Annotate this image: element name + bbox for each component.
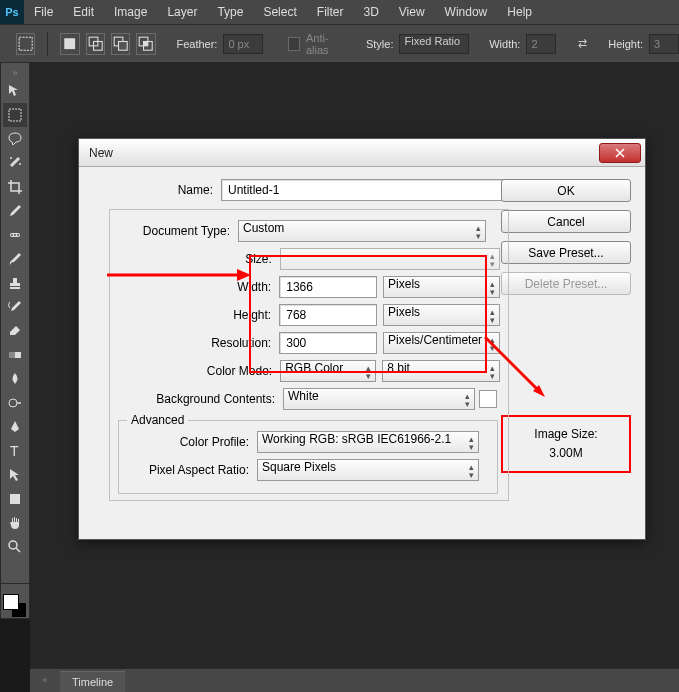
marquee-tool-icon[interactable] [3, 103, 27, 127]
history-brush-tool-icon[interactable] [3, 295, 27, 319]
gradient-tool-icon[interactable] [3, 343, 27, 367]
colormode-select[interactable]: RGB Color▴▾ [280, 360, 376, 382]
swap-wh-icon[interactable]: ⇄ [575, 36, 589, 52]
svg-rect-9 [9, 109, 21, 121]
selection-add-icon[interactable] [86, 33, 105, 55]
menu-select[interactable]: Select [253, 5, 306, 19]
crop-tool-icon[interactable] [3, 175, 27, 199]
colormode-label: Color Mode: [138, 364, 280, 378]
marquee-tool-preset-icon[interactable] [16, 33, 35, 55]
bitdepth-select[interactable]: 8 bit▴▾ [382, 360, 500, 382]
bgcontents-select[interactable]: White▴▾ [283, 388, 475, 410]
feather-input[interactable] [223, 34, 263, 54]
svg-rect-17 [9, 352, 15, 358]
tool-divider [1, 583, 29, 584]
dialog-titlebar[interactable]: New [79, 139, 645, 167]
zoom-tool-icon[interactable] [3, 535, 27, 559]
svg-point-21 [9, 541, 17, 549]
size-select[interactable]: ▴▾ [280, 248, 500, 270]
width-unit-select[interactable]: Pixels▴▾ [383, 276, 500, 298]
timeline-tab[interactable]: Timeline [60, 671, 125, 692]
panel-grab-icon[interactable]: » [3, 69, 27, 77]
colorprofile-label: Color Profile: [127, 435, 257, 449]
selection-new-icon[interactable] [60, 33, 79, 55]
resolution-unit-select[interactable]: Pixels/Centimeter▴▾ [383, 332, 500, 354]
width-label: Width: [138, 280, 279, 294]
par-select[interactable]: Square Pixels▴▾ [257, 459, 479, 481]
style-select[interactable]: Fixed Ratio [399, 34, 468, 54]
type-tool-icon[interactable]: T [3, 439, 27, 463]
dialog-close-button[interactable] [599, 143, 641, 163]
name-input[interactable] [221, 179, 515, 201]
hand-tool-icon[interactable] [3, 511, 27, 535]
svg-point-11 [19, 163, 21, 165]
brush-tool-icon[interactable] [3, 247, 27, 271]
path-selection-tool-icon[interactable] [3, 463, 27, 487]
opt-width-input[interactable] [526, 34, 556, 54]
bgcontents-label: Background Contents: [118, 392, 283, 406]
svg-rect-20 [10, 494, 20, 504]
menu-help[interactable]: Help [497, 5, 542, 19]
healing-brush-tool-icon[interactable] [3, 223, 27, 247]
menu-layer[interactable]: Layer [157, 5, 207, 19]
options-bar: Feather: Anti-alias Style: Fixed Ratio W… [0, 24, 679, 62]
ok-button[interactable]: OK [501, 179, 631, 202]
menu-3d[interactable]: 3D [353, 5, 388, 19]
cancel-button[interactable]: Cancel [501, 210, 631, 233]
menu-file[interactable]: File [24, 5, 63, 19]
resolution-input[interactable] [279, 332, 377, 354]
feather-label: Feather: [176, 38, 217, 50]
colorprofile-select[interactable]: Working RGB: sRGB IEC61966-2.1▴▾ [257, 431, 479, 453]
doctype-label: Document Type: [118, 224, 238, 238]
style-label: Style: [366, 38, 394, 50]
advanced-fieldset: Advanced Color Profile: Working RGB: sRG… [118, 420, 498, 494]
foreground-swatch[interactable] [3, 594, 19, 610]
separator [47, 32, 48, 56]
move-tool-icon[interactable] [3, 79, 27, 103]
selection-subtract-icon[interactable] [111, 33, 130, 55]
menu-edit[interactable]: Edit [63, 5, 104, 19]
bgcontents-swatch[interactable] [479, 390, 497, 408]
delete-preset-button: Delete Preset... [501, 272, 631, 295]
svg-point-10 [10, 157, 12, 159]
menu-type[interactable]: Type [207, 5, 253, 19]
stamp-tool-icon[interactable] [3, 271, 27, 295]
document-fieldset: Document Type: Custom▴▾ Size: ▴▾ Width: … [109, 209, 509, 501]
height-unit-select[interactable]: Pixels▴▾ [383, 304, 500, 326]
bottom-panel-grab-icon[interactable]: « [30, 668, 60, 692]
pen-tool-icon[interactable] [3, 415, 27, 439]
antialias-checkbox [288, 37, 300, 51]
svg-point-14 [14, 234, 16, 236]
antialias-label: Anti-alias [306, 32, 345, 56]
width-input[interactable] [279, 276, 377, 298]
svg-text:T: T [10, 443, 19, 459]
blur-tool-icon[interactable] [3, 367, 27, 391]
menu-view[interactable]: View [389, 5, 435, 19]
new-document-dialog: New OK Cancel Save Preset... Delete Pres… [78, 138, 646, 540]
save-preset-button[interactable]: Save Preset... [501, 241, 631, 264]
doctype-select[interactable]: Custom▴▾ [238, 220, 486, 242]
bottom-panel: « Timeline [30, 668, 679, 692]
selection-intersect-icon[interactable] [136, 33, 155, 55]
photoshop-logo-icon: Ps [0, 0, 24, 24]
lasso-tool-icon[interactable] [3, 127, 27, 151]
menu-filter[interactable]: Filter [307, 5, 354, 19]
opt-height-input[interactable] [649, 34, 679, 54]
menu-image[interactable]: Image [104, 5, 157, 19]
color-swatches[interactable] [3, 594, 27, 618]
eraser-tool-icon[interactable] [3, 319, 27, 343]
menu-window[interactable]: Window [435, 5, 498, 19]
menu-bar: Ps File Edit Image Layer Type Select Fil… [0, 0, 679, 24]
image-size-box: Image Size: 3.00M [501, 415, 631, 473]
close-icon [615, 148, 625, 158]
dodge-tool-icon[interactable] [3, 391, 27, 415]
shape-tool-icon[interactable] [3, 487, 27, 511]
eyedropper-tool-icon[interactable] [3, 199, 27, 223]
magic-wand-tool-icon[interactable] [3, 151, 27, 175]
name-label: Name: [91, 183, 221, 197]
height-label: Height: [138, 308, 279, 322]
svg-rect-0 [19, 37, 32, 50]
svg-point-18 [9, 399, 17, 407]
par-label: Pixel Aspect Ratio: [127, 463, 257, 477]
height-input[interactable] [279, 304, 377, 326]
